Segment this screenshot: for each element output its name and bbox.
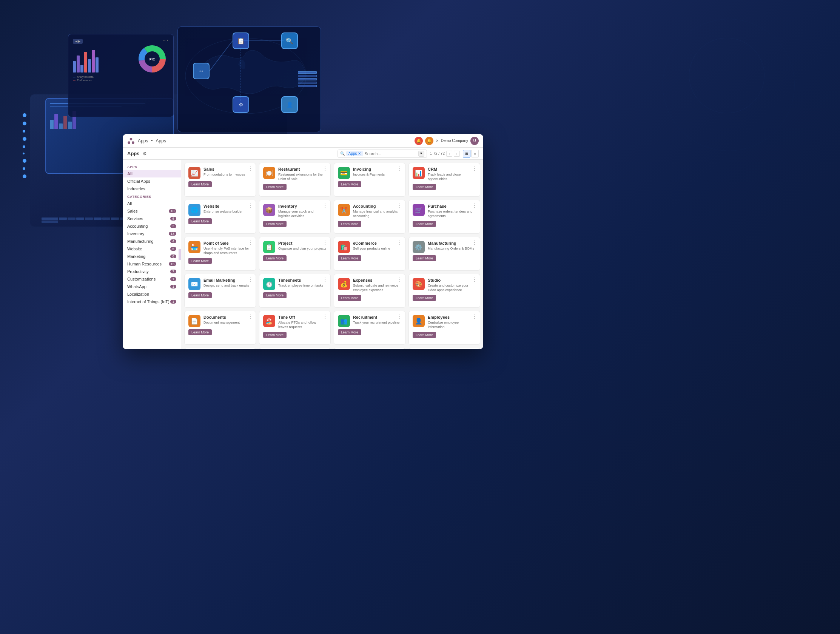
learn-more-btn[interactable]: Learn More — [188, 218, 212, 224]
app-card-email-marketing: ⋮ ✉️ Email Marketing Design, send and tr… — [184, 274, 256, 308]
next-page-btn[interactable]: › — [454, 151, 460, 157]
prev-page-btn[interactable]: ‹ — [446, 151, 452, 157]
sidebar-cat-website[interactable]: Website 5 — [123, 245, 181, 253]
app-name: Accounting — [353, 204, 401, 209]
sidebar-cat-iot[interactable]: Internet of Things (IoT) 1 — [123, 298, 181, 305]
dashboard-widget: ◀ ▶ ••• ▲ PIE — Analytics d — [68, 34, 174, 117]
app-more-btn[interactable]: ⋮ — [472, 165, 478, 171]
titlebar-actions: 🔔 🔔 ✕ Demo Company U — [415, 137, 479, 145]
learn-more-btn[interactable]: Learn More — [263, 332, 287, 338]
sidebar-cat-marketing[interactable]: Marketing 6 — [123, 253, 181, 260]
app-card-project: ⋮ 📋 Project Organize and plan your proje… — [259, 237, 331, 271]
titlebar-apps-label2: Apps — [156, 138, 166, 144]
learn-more-btn[interactable]: Learn More — [188, 292, 212, 298]
app-desc: Create and customize your Odoo apps expe… — [428, 284, 476, 292]
learn-more-btn[interactable]: Learn More — [263, 221, 287, 227]
manufacturing-icon: ⚙️ — [413, 241, 425, 253]
sidebar-cat-accounting[interactable]: Accounting 3 — [123, 222, 181, 230]
learn-more-btn[interactable]: Learn More — [263, 255, 287, 261]
app-more-btn[interactable]: ⋮ — [397, 277, 403, 283]
learn-more-btn[interactable]: Learn More — [338, 329, 361, 335]
learn-more-btn[interactable]: Learn More — [263, 292, 287, 298]
notification-icon-orange[interactable]: 🔔 — [425, 137, 433, 145]
sidebar-item-all[interactable]: All — [123, 170, 181, 177]
app-desc: Enterprise website builder — [204, 210, 252, 214]
app-more-btn[interactable]: ⋮ — [397, 239, 403, 245]
sidebar-cat-whatsapp[interactable]: WhatsApp 1 — [123, 283, 181, 290]
learn-more-btn[interactable]: Learn More — [263, 184, 287, 190]
app-more-btn[interactable]: ⋮ — [397, 313, 403, 319]
learn-more-btn[interactable]: Learn More — [338, 181, 361, 187]
purchase-icon: 🛒 — [413, 204, 425, 216]
sidebar-item-industries[interactable]: Industries — [123, 185, 181, 193]
app-more-btn[interactable]: ⋮ — [247, 202, 253, 209]
app-desc: Document management — [204, 321, 252, 325]
app-more-btn[interactable]: ⋮ — [322, 313, 328, 319]
search-icon: 🔍 — [340, 152, 345, 156]
settings-gear-icon[interactable]: ⚙ — [143, 151, 147, 157]
window-titlebar: Apps • Apps 🔔 🔔 ✕ Demo Company U — [123, 134, 483, 148]
learn-more-btn[interactable]: Learn More — [413, 221, 436, 227]
sidebar-cat-inventory[interactable]: Inventory 13 — [123, 230, 181, 237]
grid-view-btn[interactable]: ⊞ — [463, 150, 471, 158]
app-more-btn[interactable]: ⋮ — [322, 165, 328, 171]
sidebar-cat-services[interactable]: Services 6 — [123, 215, 181, 222]
search-tag[interactable]: Apps ✕ — [346, 151, 363, 156]
sidebar-collapse-btn[interactable]: ‹ — [178, 249, 181, 260]
app-name: Expenses — [353, 278, 401, 283]
list-view-btn[interactable]: ≡ — [471, 150, 479, 158]
app-more-btn[interactable]: ⋮ — [247, 165, 253, 171]
app-more-btn[interactable]: ⋮ — [322, 202, 328, 209]
app-card-sales: ⋮ 📈 Sales From quotations to invoices Le… — [184, 163, 256, 197]
app-more-btn[interactable]: ⋮ — [397, 165, 403, 171]
app-desc: Manage your stock and logistics activiti… — [278, 210, 327, 218]
app-name: Documents — [204, 315, 252, 320]
sidebar-cat-all[interactable]: All — [123, 200, 181, 207]
sidebar-cat-productivity[interactable]: Productivity 7 — [123, 268, 181, 275]
app-name: Website — [204, 204, 252, 209]
app-card-accounting: ⋮ ✂️ Accounting Manage financial and ana… — [334, 200, 406, 234]
sidebar-item-official-apps[interactable]: Official Apps — [123, 177, 181, 185]
website-icon: 🌐 — [188, 204, 201, 216]
sidebar-cat-sales[interactable]: Sales 10 — [123, 207, 181, 215]
learn-more-btn[interactable]: Learn More — [338, 295, 361, 301]
app-more-btn[interactable]: ⋮ — [247, 277, 253, 283]
app-more-btn[interactable]: ⋮ — [472, 202, 478, 209]
app-more-btn[interactable]: ⋮ — [322, 277, 328, 283]
learn-more-btn[interactable]: Learn More — [188, 181, 212, 187]
deco-circle-2 — [663, 19, 795, 151]
app-card-employees: ⋮ 👤 Employees Centralize employee inform… — [409, 311, 480, 345]
learn-more-btn[interactable]: Learn More — [413, 255, 436, 261]
search-input[interactable] — [365, 152, 417, 156]
svg-point-14 — [132, 141, 134, 144]
learn-more-btn[interactable]: Learn More — [413, 295, 436, 301]
app-more-btn[interactable]: ⋮ — [247, 313, 253, 319]
app-more-btn[interactable]: ⋮ — [322, 239, 328, 245]
learn-more-btn[interactable]: Learn More — [188, 258, 212, 264]
remove-tag-icon[interactable]: ✕ — [358, 152, 361, 156]
app-more-btn[interactable]: ⋮ — [472, 277, 478, 283]
sales-icon: 📈 — [188, 167, 201, 179]
learn-more-btn[interactable]: Learn More — [338, 221, 361, 227]
app-desc: User-friendly PoS interface for shops an… — [204, 247, 252, 255]
sidebar-cat-hr[interactable]: Human Resources 15 — [123, 260, 181, 268]
app-more-btn[interactable]: ⋮ — [397, 202, 403, 209]
search-dropdown-btn[interactable]: ▼ — [418, 151, 424, 157]
app-desc: Track leads and close opportunities — [428, 172, 476, 181]
sidebar-cat-manufacturing[interactable]: Manufacturing 4 — [123, 237, 181, 245]
app-name: Recruitment — [353, 315, 401, 320]
notification-icon-red[interactable]: 🔔 — [415, 137, 423, 145]
app-more-btn[interactable]: ⋮ — [247, 239, 253, 245]
user-avatar[interactable]: U — [471, 137, 479, 145]
accounting-icon: ✂️ — [338, 204, 350, 216]
learn-more-btn[interactable]: Learn More — [338, 255, 361, 261]
app-more-btn[interactable]: ⋮ — [472, 239, 478, 245]
app-card-data-recycle: ⋮ ♻️ Data Recycle Find old records and a… — [184, 348, 256, 349]
sidebar-cat-localization[interactable]: Localization — [123, 290, 181, 298]
learn-more-btn[interactable]: Learn More — [413, 184, 436, 190]
learn-more-btn[interactable]: Learn More — [188, 329, 212, 335]
app-more-btn[interactable]: ⋮ — [472, 313, 478, 319]
app-card-expenses: ⋮ 💰 Expenses Submit, validate and reinvo… — [334, 274, 406, 308]
sidebar-cat-customizations[interactable]: Customizations 1 — [123, 275, 181, 283]
learn-more-btn[interactable]: Learn More — [413, 332, 436, 338]
